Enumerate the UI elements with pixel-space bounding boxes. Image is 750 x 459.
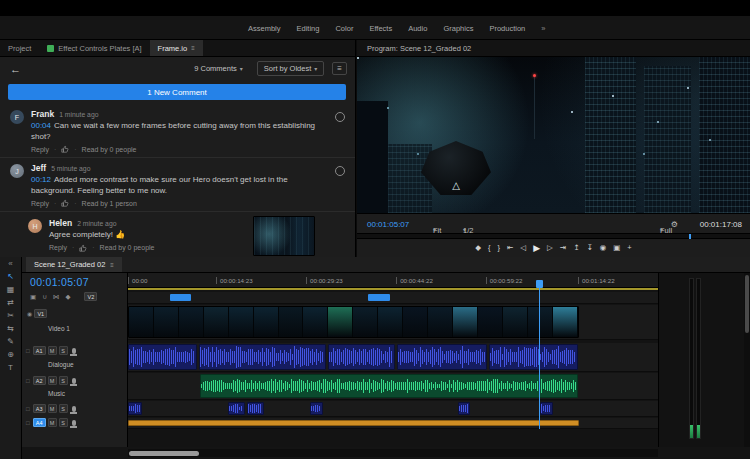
- timeline-clip[interactable]: [310, 402, 323, 415]
- lift-button[interactable]: ↥: [573, 244, 579, 252]
- new-comment-banner[interactable]: 1 New Comment: [8, 84, 346, 100]
- comment-timecode-link[interactable]: 00:04: [31, 121, 51, 130]
- timeline-clip[interactable]: [128, 402, 142, 415]
- timeline-horizontal-scrollbar[interactable]: [128, 449, 658, 457]
- resolve-toggle[interactable]: [335, 166, 345, 176]
- tab-project[interactable]: Project: [0, 40, 39, 56]
- mark-in-button[interactable]: {: [488, 244, 491, 252]
- workspace-tab-production[interactable]: Production: [481, 20, 533, 37]
- slip-tool[interactable]: ⇆: [7, 325, 14, 333]
- play-button[interactable]: ▶: [533, 244, 540, 253]
- scrollbar-handle[interactable]: [129, 451, 199, 456]
- linked-selection-icon[interactable]: ⋈: [53, 293, 60, 301]
- mark-out-button[interactable]: }: [498, 244, 501, 252]
- track-output-icon[interactable]: ◉: [27, 310, 32, 317]
- program-current-timecode[interactable]: 00:01:05:07: [367, 220, 409, 229]
- timeline-clip[interactable]: [489, 344, 578, 370]
- scrollbar-handle[interactable]: [745, 275, 749, 333]
- comment-video-thumbnail[interactable]: [253, 216, 315, 256]
- mute-button[interactable]: M: [48, 346, 57, 355]
- solo-button[interactable]: S: [59, 346, 68, 355]
- timeline-clip[interactable]: [247, 402, 264, 415]
- timeline-clip[interactable]: [128, 344, 197, 370]
- solo-button[interactable]: S: [59, 404, 68, 413]
- comments-count-dropdown[interactable]: 9 Comments▾: [188, 62, 249, 75]
- lock-icon[interactable]: □: [26, 378, 30, 384]
- extract-button[interactable]: ↧: [586, 244, 592, 252]
- like-icon[interactable]: [61, 199, 69, 207]
- resolve-toggle[interactable]: [335, 112, 345, 122]
- button-editor-button[interactable]: +: [627, 244, 631, 252]
- sequence-nest-icon[interactable]: ▣: [30, 293, 36, 301]
- panel-menu-icon[interactable]: ≡: [110, 262, 114, 268]
- read-receipt[interactable]: Read by 0 people: [100, 244, 155, 251]
- read-receipt[interactable]: Read by 1 person: [82, 200, 137, 207]
- voice-over-record-icon[interactable]: [72, 378, 76, 384]
- solo-button[interactable]: S: [59, 376, 68, 385]
- solo-button[interactable]: S: [59, 418, 68, 427]
- timeline-clip[interactable]: [397, 344, 487, 370]
- sort-dropdown[interactable]: Sort by Oldest▾: [257, 61, 325, 76]
- workspace-tab-editing[interactable]: Editing: [289, 20, 328, 37]
- timeline-clip[interactable]: [540, 402, 553, 415]
- lock-icon[interactable]: □: [26, 420, 30, 426]
- work-area-bar[interactable]: [128, 288, 658, 290]
- workspace-tab-audio[interactable]: Audio: [400, 20, 435, 37]
- program-title[interactable]: Program: Scene 12_Graded 02: [367, 44, 471, 53]
- type-tool[interactable]: T: [8, 364, 13, 372]
- add-marker-icon[interactable]: ◆: [65, 293, 70, 301]
- track-v2-button[interactable]: V2: [84, 292, 97, 301]
- lock-icon[interactable]: □: [26, 348, 30, 354]
- selection-tool[interactable]: ↖: [7, 273, 14, 281]
- timeline-current-timecode[interactable]: 00:01:05:07: [30, 276, 89, 288]
- panel-menu-icon[interactable]: ≡: [191, 45, 195, 51]
- track-a4-button[interactable]: A4: [33, 418, 46, 427]
- voice-over-record-icon[interactable]: [72, 406, 76, 412]
- snap-icon[interactable]: ∪: [42, 293, 47, 301]
- timeline-ruler[interactable]: 00:00 00:00:14:23 00:00:29:23 00:00:44:2…: [128, 273, 658, 288]
- lock-icon[interactable]: □: [26, 406, 30, 412]
- like-icon[interactable]: [79, 244, 87, 252]
- workspace-tab-graphics[interactable]: Graphics: [435, 20, 481, 37]
- track-a1-button[interactable]: A1: [33, 346, 46, 355]
- timeline-clip[interactable]: [200, 374, 578, 398]
- export-frame-button[interactable]: ◉: [600, 244, 607, 252]
- reply-button[interactable]: Reply: [49, 244, 67, 251]
- hand-tool[interactable]: ⊕: [7, 351, 14, 359]
- tab-effect-controls[interactable]: Effect Controls Plates [A]: [39, 40, 149, 56]
- ripple-edit-tool[interactable]: ⇄: [7, 299, 14, 307]
- step-forward-button[interactable]: ▷: [547, 244, 553, 252]
- timeline-clip[interactable]: [228, 402, 245, 415]
- workspace-tab-effects[interactable]: Effects: [361, 20, 400, 37]
- mute-button[interactable]: M: [48, 376, 57, 385]
- voice-over-record-icon[interactable]: [72, 420, 76, 426]
- tab-frameio[interactable]: Frame.io≡: [150, 40, 203, 56]
- reply-button[interactable]: Reply: [31, 200, 49, 207]
- sequence-tab[interactable]: Scene 12_Graded 02≡: [26, 257, 122, 272]
- timeline-clip[interactable]: [328, 344, 395, 370]
- collapse-panel-icon[interactable]: «: [8, 259, 12, 268]
- timeline-clip[interactable]: [458, 402, 470, 415]
- timeline-clip[interactable]: [368, 294, 390, 301]
- mute-button[interactable]: M: [48, 418, 57, 427]
- timeline-clip[interactable]: [170, 294, 190, 301]
- like-icon[interactable]: [61, 145, 69, 153]
- workspace-tab-color[interactable]: Color: [327, 20, 361, 37]
- go-to-out-button[interactable]: ⇥: [560, 244, 566, 252]
- timeline-clip[interactable]: [128, 420, 579, 426]
- settings-wrench-icon[interactable]: ⚙: [671, 220, 678, 229]
- comment-timecode-link[interactable]: 00:12: [31, 175, 51, 184]
- pen-tool[interactable]: ✎: [7, 338, 14, 346]
- reply-button[interactable]: Reply: [31, 146, 49, 153]
- voice-over-record-icon[interactable]: [72, 348, 76, 354]
- comparison-view-button[interactable]: ▣: [613, 244, 620, 252]
- workspace-overflow-icon[interactable]: »: [533, 20, 553, 37]
- add-marker-button[interactable]: ◆: [475, 244, 481, 252]
- timeline-playhead[interactable]: [539, 280, 540, 429]
- go-to-in-button[interactable]: ⇤: [507, 244, 513, 252]
- filter-icon[interactable]: ≡: [332, 62, 347, 75]
- read-receipt[interactable]: Read by 0 people: [82, 146, 137, 153]
- track-select-tool[interactable]: ▦: [7, 286, 15, 294]
- step-back-button[interactable]: ◁: [520, 244, 526, 252]
- timeline-clip[interactable]: [128, 306, 579, 338]
